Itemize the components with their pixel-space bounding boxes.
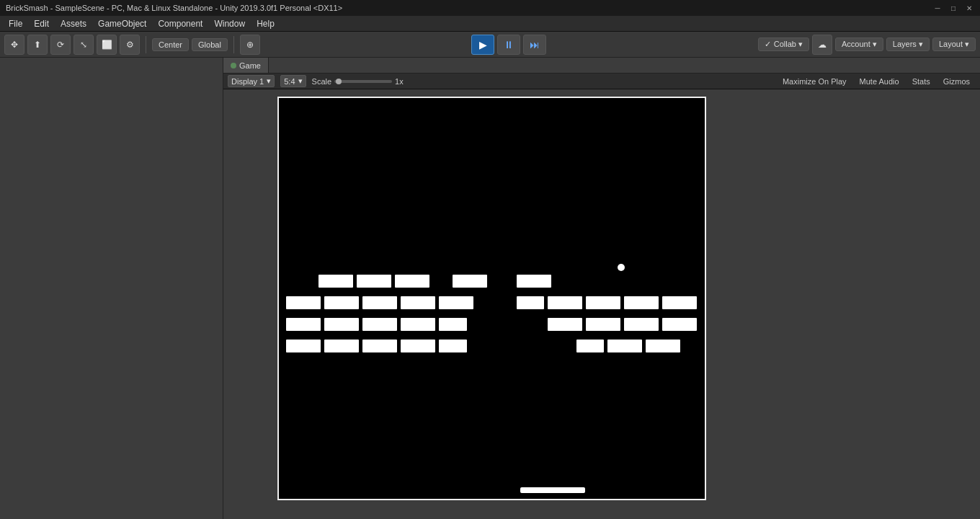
brick-right-4 (624, 296, 659, 309)
display-label: Display 1 (231, 77, 264, 86)
brick-right-10 (576, 340, 604, 352)
scale-slider[interactable] (334, 80, 392, 83)
tool-move[interactable]: ⬆ (27, 35, 48, 55)
left-panel (0, 58, 223, 519)
game-tab[interactable]: Game (223, 58, 269, 73)
display-chevron-icon: ▾ (267, 76, 271, 86)
scale-value: 1x (395, 77, 404, 86)
game-tab-indicator (231, 63, 236, 68)
brick-right-0 (517, 275, 551, 288)
brick-left-18 (439, 340, 467, 352)
maximize-on-play-btn[interactable]: Maximize On Play (777, 76, 852, 86)
game-toolbar-right: Maximize On Play Mute Audio Stats Gizmos (777, 76, 976, 86)
brick-left-1 (357, 275, 391, 288)
brick-left-16 (362, 340, 397, 352)
toolbar: ✥ ⬆ ⟳ ⤡ ⬜ ⚙ Center Global ⊕ ▶ ⏸ ⏭ ✓ Coll… (0, 32, 980, 58)
pause-button[interactable]: ⏸ (497, 35, 520, 55)
brick-right-11 (607, 340, 642, 352)
brick-right-8 (624, 318, 659, 331)
tool-scale[interactable]: ⤡ (74, 35, 94, 55)
aspect-chevron-icon: ▾ (298, 76, 303, 86)
layout-button[interactable]: Layout ▾ (932, 37, 976, 51)
maximize-button[interactable]: □ (948, 3, 958, 13)
tool-transform[interactable]: ⚙ (120, 35, 140, 55)
step-button[interactable]: ⏭ (523, 35, 546, 55)
minimize-button[interactable]: ─ (932, 3, 943, 13)
main-area: Game Display 1 ▾ 5:4 ▾ Scale 1x Maximize… (0, 58, 980, 519)
menu-file[interactable]: File (3, 17, 28, 30)
center-button[interactable]: Center (152, 38, 189, 51)
brick-right-9 (662, 318, 697, 331)
divider-2 (233, 36, 234, 53)
gizmos-btn[interactable]: Gizmos (937, 76, 976, 86)
menu-assets[interactable]: Assets (55, 17, 92, 30)
brick-left-9 (286, 318, 321, 331)
cloud-button[interactable]: ☁ (812, 35, 832, 55)
checkmark-icon: ✓ (765, 40, 771, 49)
title-bar: BrickSmash - SampleScene - PC, Mac & Lin… (0, 0, 980, 16)
account-button[interactable]: Account ▾ (835, 37, 883, 51)
brick-left-12 (401, 318, 435, 331)
brick-left-4 (286, 296, 321, 309)
brick-right-1 (517, 296, 544, 309)
tool-rect[interactable]: ⬜ (97, 35, 117, 55)
menu-help[interactable]: Help (251, 17, 280, 30)
game-toolbar: Display 1 ▾ 5:4 ▾ Scale 1x Maximize On P… (223, 74, 980, 89)
playback-controls: ▶ ⏸ ⏭ (263, 35, 755, 55)
scale-label: Scale (312, 77, 332, 86)
play-button[interactable]: ▶ (471, 35, 494, 55)
aspect-label: 5:4 (284, 77, 295, 86)
brick-right-3 (586, 296, 620, 309)
brick-left-14 (286, 340, 321, 352)
scale-slider-thumb (336, 79, 342, 84)
menu-component[interactable]: Component (152, 17, 208, 30)
window-title: BrickSmash - SampleScene - PC, Mac & Lin… (6, 4, 342, 12)
brick-right-2 (548, 296, 582, 309)
game-paddle (520, 487, 585, 493)
layers-button[interactable]: Layers ▾ (886, 37, 930, 51)
tool-rotate[interactable]: ⟳ (50, 35, 71, 55)
scale-area: Scale 1x (312, 77, 404, 86)
pivot-icon[interactable]: ⊕ (240, 35, 260, 55)
menu-window[interactable]: Window (208, 17, 251, 30)
brick-left-15 (324, 340, 359, 352)
aspect-select[interactable]: 5:4 ▾ (280, 75, 306, 87)
window-controls: ─ □ ✕ (932, 3, 974, 13)
game-viewport-area: Game Display 1 ▾ 5:4 ▾ Scale 1x Maximize… (223, 58, 980, 519)
display-select[interactable]: Display 1 ▾ (228, 75, 275, 87)
menu-edit[interactable]: Edit (28, 17, 55, 30)
divider-1 (146, 36, 146, 53)
brick-left-10 (324, 318, 359, 331)
brick-left-8 (439, 296, 473, 309)
brick-left-7 (401, 296, 435, 309)
stats-btn[interactable]: Stats (906, 76, 936, 86)
game-ball (618, 264, 625, 271)
brick-right-7 (586, 318, 620, 331)
game-tab-bar: Game (223, 58, 980, 74)
toolbar-right: ✓ Collab ▾ ☁ Account ▾ Layers ▾ Layout ▾ (758, 35, 976, 55)
brick-right-5 (662, 296, 697, 309)
tool-hand[interactable]: ✥ (4, 35, 24, 55)
brick-right-12 (646, 340, 680, 352)
brick-left-11 (362, 318, 397, 331)
menu-gameobject[interactable]: GameObject (92, 17, 152, 30)
collab-label: Collab ▾ (774, 40, 803, 49)
game-viewport-container (223, 89, 980, 519)
close-button[interactable]: ✕ (964, 3, 974, 13)
global-button[interactable]: Global (192, 38, 228, 51)
menu-bar: File Edit Assets GameObject Component Wi… (0, 16, 980, 32)
game-viewport (277, 97, 706, 500)
brick-left-0 (318, 275, 353, 288)
mute-audio-btn[interactable]: Mute Audio (854, 76, 905, 86)
brick-left-3 (453, 275, 487, 288)
brick-left-13 (439, 318, 467, 331)
brick-left-6 (362, 296, 397, 309)
brick-left-5 (324, 296, 359, 309)
brick-left-2 (395, 275, 429, 288)
brick-left-17 (401, 340, 435, 352)
collab-button[interactable]: ✓ Collab ▾ (758, 37, 809, 51)
game-tab-label: Game (239, 61, 261, 70)
brick-right-6 (548, 318, 582, 331)
